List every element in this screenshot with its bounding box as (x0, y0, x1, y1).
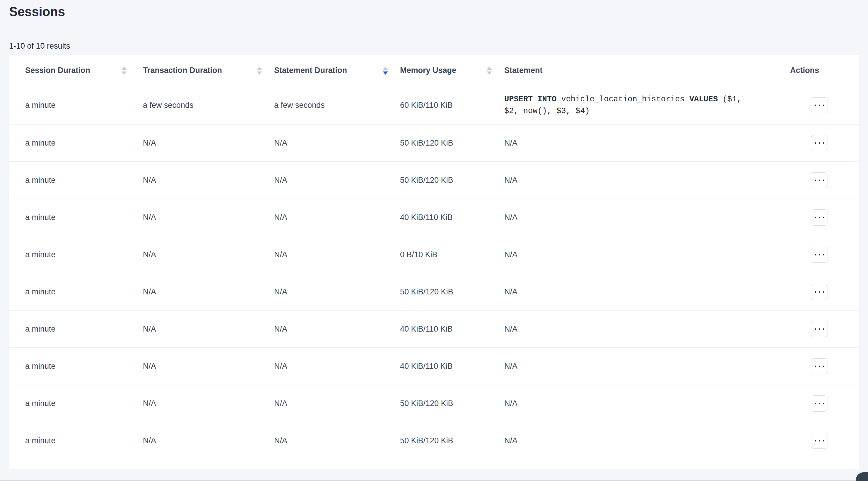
ellipsis-dot (823, 254, 825, 255)
cell-statement-duration: N/A (269, 348, 395, 385)
sessions-table-card: Session DurationTransaction DurationStat… (9, 55, 859, 469)
cell-memory-usage: 50 KiB/120 KiB (395, 385, 499, 422)
table-header-row: Session DurationTransaction DurationStat… (9, 55, 859, 86)
cell-transaction-duration: N/A (138, 348, 269, 385)
cell-session-duration: a minute (9, 124, 138, 162)
ellipsis-dot (823, 104, 825, 106)
cell-transaction-duration: N/A (138, 273, 269, 310)
ellipsis-dot (815, 440, 816, 442)
cell-actions (790, 236, 859, 273)
cell-transaction-duration: N/A (138, 199, 269, 236)
ellipsis-dot (819, 440, 820, 442)
session-actions-button[interactable] (811, 358, 828, 374)
cell-actions (790, 385, 859, 422)
sort-icon (487, 66, 492, 75)
results-summary: 1-10 of 10 results (9, 41, 859, 51)
sql-line: UPSERT INTO vehicle_location_histories V… (504, 93, 781, 105)
sessions-table: Session DurationTransaction DurationStat… (9, 55, 859, 460)
session-row: a minuteN/AN/A0 B/10 KiBN/A (9, 236, 859, 273)
cell-session-duration: a minute (9, 86, 138, 124)
ellipsis-dot (819, 217, 820, 218)
column-header-transaction-duration[interactable]: Transaction Duration (138, 55, 269, 86)
cell-statement-duration: a few seconds (269, 86, 395, 124)
ellipsis-dot (815, 328, 816, 330)
ellipsis-dot (819, 254, 820, 255)
ellipsis-dot (815, 366, 816, 367)
session-row: a minuteN/AN/A50 KiB/120 KiBN/A (9, 273, 859, 310)
sql-line: $2, now(), $3, $4) (504, 105, 781, 117)
cell-statement: N/A (499, 273, 790, 310)
column-header-statement-duration[interactable]: Statement Duration (269, 55, 395, 86)
cell-statement: N/A (499, 422, 790, 459)
ellipsis-dot (815, 217, 816, 218)
cell-statement-duration: N/A (269, 385, 395, 422)
session-row: a minuteN/AN/A40 KiB/110 KiBN/A (9, 348, 859, 385)
sort-desc-icon (122, 71, 127, 75)
cell-statement: UPSERT INTO vehicle_location_histories V… (499, 86, 790, 124)
column-label-memory-usage: Memory Usage (400, 66, 456, 75)
ellipsis-dot (819, 104, 820, 106)
cell-statement: N/A (499, 236, 790, 273)
session-actions-button[interactable] (811, 321, 828, 337)
cell-actions (790, 86, 859, 124)
cell-memory-usage: 60 KiB/110 KiB (395, 86, 499, 124)
ellipsis-icon (815, 254, 825, 255)
session-actions-button[interactable] (811, 284, 828, 300)
cell-statement-duration: N/A (269, 236, 395, 273)
cursor-artifact (856, 472, 868, 481)
ellipsis-dot (815, 291, 816, 293)
cell-statement: N/A (499, 385, 790, 422)
ellipsis-dot (819, 328, 820, 330)
ellipsis-icon (815, 142, 825, 144)
session-actions-button[interactable] (811, 97, 828, 113)
sql-text: $2, now(), $3, $4) (504, 107, 590, 115)
cell-actions (790, 310, 859, 348)
ellipsis-dot (823, 440, 825, 442)
ellipsis-icon (815, 366, 825, 367)
cell-statement: N/A (499, 124, 790, 162)
cell-actions (790, 348, 859, 385)
session-actions-button[interactable] (811, 135, 828, 151)
cell-statement: N/A (499, 310, 790, 348)
ellipsis-dot (823, 217, 825, 218)
ellipsis-dot (815, 180, 816, 181)
session-row: a minuteN/AN/A40 KiB/110 KiBN/A (9, 310, 859, 348)
ellipsis-icon (815, 403, 825, 404)
ellipsis-dot (823, 328, 825, 330)
column-label-statement: Statement (504, 66, 542, 75)
cell-session-duration: a minute (9, 310, 138, 348)
sort-asc-icon (122, 66, 127, 70)
cell-session-duration: a minute (9, 348, 138, 385)
ellipsis-dot (823, 403, 825, 404)
session-actions-button[interactable] (811, 209, 828, 226)
session-row: a minutea few secondsa few seconds60 KiB… (9, 86, 859, 124)
column-label-session-duration: Session Duration (25, 66, 90, 75)
ellipsis-icon (815, 180, 825, 181)
ellipsis-dot (819, 403, 820, 404)
cell-actions (790, 124, 859, 162)
column-label-statement-duration: Statement Duration (274, 66, 347, 75)
ellipsis-dot (819, 291, 820, 293)
session-actions-button[interactable] (811, 395, 828, 412)
cell-session-duration: a minute (9, 162, 138, 199)
sort-icon (383, 66, 388, 75)
session-actions-button[interactable] (811, 433, 828, 449)
session-actions-button[interactable] (811, 172, 828, 188)
sql-statement-text: UPSERT INTO vehicle_location_histories V… (504, 93, 781, 117)
session-row: a minuteN/AN/A40 KiB/110 KiBN/A (9, 199, 859, 236)
cell-memory-usage: 40 KiB/110 KiB (395, 199, 499, 236)
session-row: a minuteN/AN/A50 KiB/120 KiBN/A (9, 422, 859, 459)
column-header-session-duration[interactable]: Session Duration (9, 55, 138, 86)
cell-memory-usage: 50 KiB/120 KiB (395, 422, 499, 459)
sessions-page: Sessions 1-10 of 10 results Session Dura… (0, 4, 868, 469)
cell-memory-usage: 0 B/10 KiB (395, 236, 499, 273)
ellipsis-icon (815, 217, 825, 218)
cell-actions (790, 199, 859, 236)
session-actions-button[interactable] (811, 247, 828, 263)
sort-desc-icon (257, 71, 262, 75)
sort-desc-icon (383, 71, 388, 75)
session-row: a minuteN/AN/A50 KiB/120 KiBN/A (9, 162, 859, 199)
ellipsis-dot (819, 366, 820, 367)
column-header-memory-usage[interactable]: Memory Usage (395, 55, 499, 86)
cell-transaction-duration: N/A (138, 385, 269, 422)
